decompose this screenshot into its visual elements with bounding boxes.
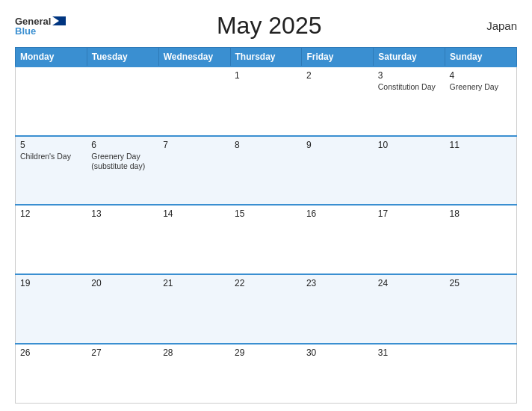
table-row: 21 bbox=[158, 274, 230, 344]
day-number: 3 bbox=[378, 70, 441, 81]
calendar-table: Monday Tuesday Wednesday Thursday Friday… bbox=[15, 47, 517, 404]
col-wednesday: Wednesday bbox=[158, 48, 230, 67]
table-row bbox=[158, 67, 230, 136]
day-number: 23 bbox=[306, 278, 369, 288]
table-row: 11 bbox=[445, 136, 517, 206]
calendar-title: May 2025 bbox=[66, 12, 472, 40]
day-number: 25 bbox=[450, 278, 512, 288]
day-number: 12 bbox=[20, 208, 82, 219]
day-number: 13 bbox=[91, 208, 154, 219]
table-row: 29 bbox=[230, 344, 302, 404]
col-tuesday: Tuesday bbox=[87, 48, 158, 67]
day-number: 17 bbox=[378, 208, 441, 219]
day-number: 14 bbox=[163, 208, 226, 219]
day-number: 7 bbox=[163, 140, 226, 150]
table-row: 14 bbox=[158, 205, 230, 274]
day-number: 18 bbox=[450, 208, 512, 219]
header: General Blue May 2025 Japan bbox=[15, 12, 517, 40]
table-row: 20 bbox=[87, 274, 158, 344]
col-thursday: Thursday bbox=[230, 48, 302, 67]
day-event: Children's Day bbox=[20, 152, 82, 162]
table-row: 6Greenery Day (substitute day) bbox=[87, 136, 158, 206]
calendar-week-row: 123Constitution Day4Greenery Day bbox=[16, 67, 517, 136]
table-row bbox=[445, 344, 517, 404]
table-row: 15 bbox=[230, 205, 302, 274]
table-row: 18 bbox=[445, 205, 517, 274]
calendar-week-row: 12131415161718 bbox=[16, 205, 517, 274]
table-row: 27 bbox=[87, 344, 158, 404]
table-row: 13 bbox=[87, 205, 158, 274]
day-number: 11 bbox=[450, 140, 512, 150]
table-row: 23 bbox=[302, 274, 374, 344]
day-number: 8 bbox=[235, 140, 297, 150]
table-row: 12 bbox=[16, 205, 87, 274]
country-label: Japan bbox=[472, 19, 517, 32]
calendar-header-row: Monday Tuesday Wednesday Thursday Friday… bbox=[16, 48, 517, 67]
table-row: 22 bbox=[230, 274, 302, 344]
calendar-week-row: 5Children's Day6Greenery Day (substitute… bbox=[16, 136, 517, 206]
table-row: 16 bbox=[302, 205, 374, 274]
day-number: 19 bbox=[20, 278, 82, 288]
page: General Blue May 2025 Japan Monday Tuesd… bbox=[0, 0, 532, 411]
day-number: 2 bbox=[306, 70, 369, 81]
table-row: 31 bbox=[374, 344, 445, 404]
logo-flag-icon bbox=[52, 16, 66, 25]
table-row: 4Greenery Day bbox=[445, 67, 517, 136]
day-event: Greenery Day bbox=[450, 82, 512, 93]
day-number: 27 bbox=[91, 347, 154, 358]
table-row: 3Constitution Day bbox=[374, 67, 445, 136]
day-number: 26 bbox=[20, 347, 82, 358]
day-number: 10 bbox=[378, 140, 441, 150]
day-number: 9 bbox=[306, 140, 369, 150]
day-number: 1 bbox=[235, 70, 297, 81]
day-number: 6 bbox=[91, 140, 154, 150]
day-number: 28 bbox=[163, 347, 226, 358]
table-row: 28 bbox=[158, 344, 230, 404]
col-friday: Friday bbox=[302, 48, 374, 67]
table-row bbox=[16, 67, 87, 136]
day-number: 22 bbox=[235, 278, 297, 288]
calendar-week-row: 19202122232425 bbox=[16, 274, 517, 344]
table-row: 24 bbox=[374, 274, 445, 344]
table-row: 26 bbox=[16, 344, 87, 404]
day-number: 30 bbox=[306, 347, 369, 358]
day-event: Greenery Day (substitute day) bbox=[91, 152, 154, 172]
calendar-week-row: 262728293031 bbox=[16, 344, 517, 404]
table-row: 19 bbox=[16, 274, 87, 344]
day-number: 5 bbox=[20, 140, 82, 150]
day-number: 29 bbox=[235, 347, 297, 358]
table-row bbox=[87, 67, 158, 136]
logo: General Blue bbox=[15, 16, 66, 36]
table-row: 17 bbox=[374, 205, 445, 274]
day-event: Constitution Day bbox=[378, 82, 441, 93]
table-row: 9 bbox=[302, 136, 374, 206]
col-sunday: Sunday bbox=[445, 48, 517, 67]
day-number: 15 bbox=[235, 208, 297, 219]
table-row: 5Children's Day bbox=[16, 136, 87, 206]
logo-blue-text: Blue bbox=[15, 26, 36, 36]
col-saturday: Saturday bbox=[374, 48, 445, 67]
table-row: 10 bbox=[374, 136, 445, 206]
day-number: 24 bbox=[378, 278, 441, 288]
table-row: 8 bbox=[230, 136, 302, 206]
table-row: 30 bbox=[302, 344, 374, 404]
logo-general-text: General bbox=[15, 16, 51, 26]
day-number: 20 bbox=[91, 278, 154, 288]
table-row: 7 bbox=[158, 136, 230, 206]
table-row: 25 bbox=[445, 274, 517, 344]
day-number: 21 bbox=[163, 278, 226, 288]
day-number: 16 bbox=[306, 208, 369, 219]
table-row: 1 bbox=[230, 67, 302, 136]
col-monday: Monday bbox=[16, 48, 87, 67]
table-row: 2 bbox=[302, 67, 374, 136]
day-number: 31 bbox=[378, 347, 441, 358]
day-number: 4 bbox=[450, 70, 512, 81]
